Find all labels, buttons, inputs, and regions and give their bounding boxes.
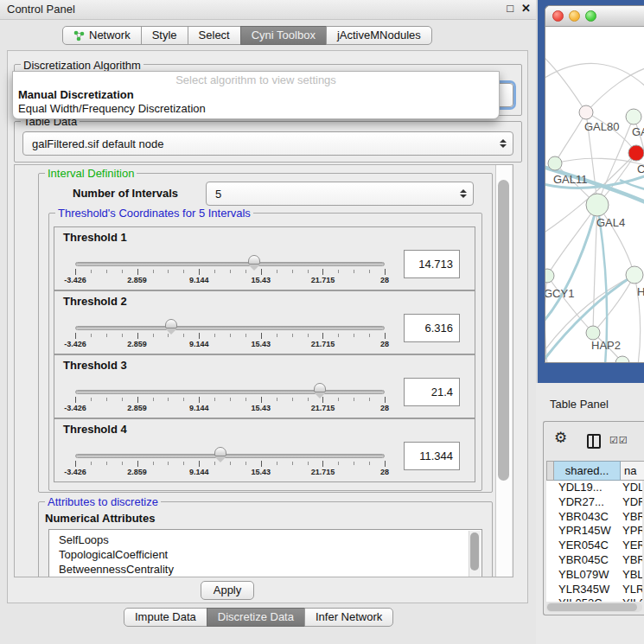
- number-of-intervals-combobox[interactable]: 5: [206, 182, 474, 206]
- cell-shared-name: YDL19...: [546, 481, 622, 495]
- tick-label: 9.144: [189, 340, 209, 348]
- network-node-label: C: [637, 163, 644, 175]
- tab-label: Impute Data: [135, 609, 196, 626]
- tick-mark: [199, 269, 200, 275]
- slider-tick-labels: -3.4262.8599.14415.4321.71528: [75, 340, 385, 350]
- attributes-scrollbar[interactable]: [469, 531, 481, 577]
- tick-mark: [322, 461, 323, 467]
- attribute-item-selfloops[interactable]: SelfLoops: [49, 532, 481, 547]
- table-row[interactable]: YIL052CYIL0: [546, 596, 642, 602]
- slider-track: [75, 390, 385, 394]
- table-row[interactable]: YDR27...YDR2: [546, 495, 642, 510]
- option-manual-discretization[interactable]: Manual Discretization: [18, 88, 134, 101]
- tab-network[interactable]: Network: [62, 26, 142, 45]
- combo-stepper-icon: [459, 189, 467, 198]
- slider-ticks: [75, 333, 385, 340]
- threshold-value-field[interactable]: 14.713: [404, 250, 460, 278]
- tick-label: 21.715: [311, 276, 335, 284]
- table-row[interactable]: YBR045CYBR0: [546, 553, 642, 568]
- column-header-shared-name[interactable]: shared...: [554, 461, 621, 481]
- tab-label: Select: [199, 27, 230, 44]
- network-node[interactable]: [626, 109, 641, 124]
- slider-ticks: [75, 397, 385, 404]
- threshold-slider[interactable]: -3.4262.8599.14415.4321.71528: [75, 227, 385, 290]
- gear-icon[interactable]: ⚙: [554, 429, 567, 447]
- tick-mark: [354, 270, 354, 273]
- attribute-items: SelfLoopsTopologicalCoefficientBetweenne…: [49, 530, 481, 577]
- network-node[interactable]: [586, 326, 600, 340]
- tick-mark: [308, 398, 309, 401]
- table-data-combobox[interactable]: galFiltered.sif default node: [22, 131, 513, 156]
- tick-mark: [277, 398, 277, 401]
- column-header-name[interactable]: na: [621, 461, 644, 481]
- network-node[interactable]: [545, 269, 554, 283]
- tab-jactivemnodules[interactable]: jActiveMNodules: [326, 26, 432, 45]
- tab-discretize-data[interactable]: Discretize Data: [207, 608, 305, 627]
- threshold-value-field[interactable]: 11.344: [404, 442, 460, 470]
- tab-cyni-toolbox[interactable]: Cyni Toolbox: [240, 26, 327, 45]
- tick-mark: [183, 462, 184, 465]
- apply-button[interactable]: Apply: [201, 581, 254, 600]
- tick-mark: [137, 461, 138, 467]
- minimize-traffic-light-icon[interactable]: [569, 10, 580, 22]
- tab-style[interactable]: Style: [141, 26, 188, 45]
- close-window-icon[interactable]: ✕: [521, 2, 531, 15]
- table-row[interactable]: YLR345WYLR3: [546, 583, 642, 597]
- tick-mark: [292, 270, 293, 273]
- number-of-intervals-value: 5: [207, 188, 459, 201]
- table-horizontal-scrollbar[interactable]: [546, 603, 642, 612]
- tick-mark: [122, 334, 123, 337]
- tick-mark: [308, 334, 309, 337]
- threshold-slider[interactable]: -3.4262.8599.14415.4321.71528: [75, 291, 385, 354]
- table-rows[interactable]: YDL19...YDL1YDR27...YDR2YBR043CYBR0YPR14…: [546, 481, 642, 602]
- tick-mark: [338, 462, 339, 465]
- settings-vertical-scrollbar[interactable]: [495, 165, 512, 577]
- attribute-item-topologicalcoefficient[interactable]: TopologicalCoefficient: [49, 547, 481, 562]
- option-equal-width-frequency[interactable]: Equal Width/Frequency Discretization: [18, 102, 206, 115]
- table-row[interactable]: YBL079WYBL0: [546, 568, 642, 583]
- network-node[interactable]: [586, 194, 609, 216]
- threshold-slider[interactable]: -3.4262.8599.14415.4321.71528: [75, 355, 385, 418]
- cell-name: YDR2: [622, 495, 642, 510]
- network-node[interactable]: [626, 266, 643, 284]
- attribute-item-betweennesscentrality[interactable]: BetweennessCentrality: [49, 562, 481, 577]
- threshold-value-field[interactable]: 6.316: [404, 314, 460, 342]
- network-node-label: GAL80: [584, 120, 619, 133]
- threshold-value-field[interactable]: 21.4: [404, 378, 460, 406]
- slider-thumb[interactable]: [165, 319, 177, 328]
- slider-thumb[interactable]: [214, 447, 226, 456]
- threshold-slider[interactable]: -3.4262.8599.14415.4321.71528: [75, 419, 385, 481]
- tick-mark: [91, 270, 92, 273]
- tick-label: 15.43: [252, 468, 271, 476]
- network-canvas[interactable]: GAL80GACGAL11GAL4HGCY1HAP2: [545, 26, 644, 363]
- table-row[interactable]: YBR043CYBR0: [546, 510, 642, 525]
- split-columns-icon[interactable]: [587, 434, 601, 449]
- zoom-traffic-light-icon[interactable]: [585, 10, 596, 22]
- tab-label: Infer Network: [316, 609, 382, 626]
- network-node-label: H: [637, 285, 644, 298]
- tick-mark: [385, 333, 386, 339]
- slider-thumb[interactable]: [248, 255, 260, 265]
- network-node[interactable]: [579, 105, 593, 119]
- tick-label: 28: [380, 340, 389, 348]
- numerical-attributes-list[interactable]: SelfLoopsTopologicalCoefficientBetweenne…: [48, 529, 482, 577]
- network-window-titlebar: [545, 6, 644, 27]
- network-node[interactable]: [548, 156, 562, 170]
- table-row[interactable]: YDL19...YDL1: [546, 481, 642, 495]
- tab-select[interactable]: Select: [188, 26, 241, 45]
- tab-impute-data[interactable]: Impute Data: [124, 608, 207, 627]
- cell-shared-name: YDR27...: [546, 495, 622, 510]
- table-row[interactable]: YER054CYER0: [546, 539, 642, 553]
- tick-mark: [153, 398, 154, 401]
- tab-infer-network[interactable]: Infer Network: [304, 608, 393, 627]
- select-columns-icon[interactable]: ☑☑: [609, 435, 628, 446]
- tick-mark: [137, 333, 138, 339]
- slider-track: [75, 454, 385, 458]
- float-window-icon[interactable]: □: [507, 2, 513, 15]
- tab-label: Network: [89, 27, 131, 44]
- table-row[interactable]: YPR145WYPR1: [546, 524, 642, 539]
- close-traffic-light-icon[interactable]: [552, 10, 564, 22]
- network-node[interactable]: [628, 145, 644, 161]
- cell-shared-name: YBL079W: [546, 568, 622, 583]
- slider-thumb[interactable]: [314, 383, 326, 392]
